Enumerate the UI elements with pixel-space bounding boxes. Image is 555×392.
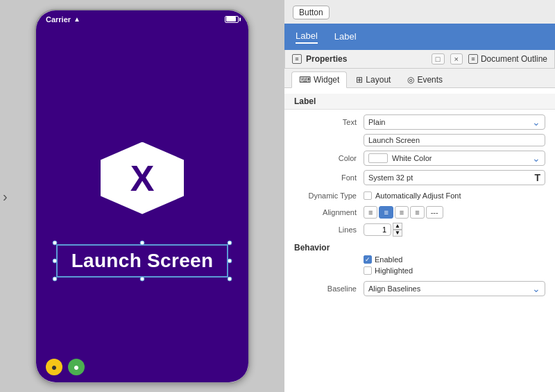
props-tabs-row: ⌨ Widget ⊞ Layout ◎ Events bbox=[284, 69, 555, 88]
wifi-icon: ▲ bbox=[74, 15, 80, 23]
battery-icon bbox=[225, 16, 239, 23]
doc-outline-icon: ≡ bbox=[468, 54, 478, 64]
handle-bl[interactable] bbox=[52, 276, 57, 281]
color-prop-row: Color White Color ⌄ bbox=[284, 148, 555, 168]
properties-header: ≡ Properties □ × ≡ Document Outline bbox=[284, 50, 555, 69]
right-panel: Button Label Label ≡ Properties □ × ≡ Do… bbox=[284, 0, 555, 392]
align-center-btn[interactable]: ≡ bbox=[379, 206, 393, 219]
status-bar: Carrier ▲ bbox=[36, 10, 248, 28]
tab-layout-label: Layout bbox=[366, 75, 391, 85]
iphone-content: X Launch Screen ● ● bbox=[36, 28, 248, 382]
text-value-input[interactable] bbox=[364, 134, 545, 146]
alignment-label: Alignment bbox=[294, 208, 364, 216]
text-prop-row: Text Plain ⌄ bbox=[284, 112, 555, 132]
text-label: Text bbox=[294, 118, 364, 126]
hexagon-shape: X bbox=[101, 142, 184, 214]
iphone-frame: Carrier ▲ X bbox=[35, 9, 250, 384]
tab-widget[interactable]: ⌨ Widget bbox=[291, 71, 347, 88]
handle-tl[interactable] bbox=[52, 240, 57, 245]
align-natural-btn[interactable]: --- bbox=[426, 206, 443, 219]
doc-outline-button[interactable]: ≡ Document Outline bbox=[468, 54, 547, 64]
hex-x-letter: X bbox=[130, 160, 155, 196]
enabled-row: ✓ Enabled bbox=[364, 255, 545, 264]
text-type-arrow: ⌄ bbox=[532, 117, 540, 128]
color-label: Color bbox=[294, 154, 364, 162]
dynamic-type-checkbox[interactable] bbox=[364, 191, 372, 200]
text-type-value: Plain bbox=[368, 118, 385, 126]
button-element[interactable]: Button bbox=[293, 6, 330, 19]
font-value-text: System 32 pt bbox=[368, 173, 413, 182]
properties-icon: ≡ bbox=[292, 54, 302, 64]
lines-stepper: ▲ ▼ bbox=[393, 223, 402, 237]
enabled-checkbox[interactable]: ✓ bbox=[364, 255, 372, 264]
tab-events-label: Events bbox=[417, 75, 443, 85]
bottom-circle-green[interactable]: ● bbox=[68, 359, 85, 375]
handle-br[interactable] bbox=[228, 276, 232, 281]
widget-icon: ⌨ bbox=[299, 75, 311, 85]
lines-input[interactable] bbox=[364, 223, 391, 236]
carrier-label: Carrier bbox=[46, 15, 71, 24]
tab-layout[interactable]: ⊞ Layout bbox=[348, 71, 398, 87]
blue-tab-bar: Label Label bbox=[284, 24, 555, 50]
baseline-value: Align Baselines bbox=[368, 284, 420, 293]
alignment-buttons: ≡ ≡ ≡ ≡ --- bbox=[364, 206, 443, 219]
color-select[interactable]: White Color ⌄ bbox=[364, 151, 545, 166]
align-right-btn[interactable]: ≡ bbox=[395, 206, 409, 219]
tab-events[interactable]: ◎ Events bbox=[400, 71, 450, 87]
dynamic-type-row: Dynamic Type Automatically Adjust Font bbox=[284, 187, 555, 204]
baseline-arrow: ⌄ bbox=[532, 283, 540, 294]
handle-mr[interactable] bbox=[228, 258, 232, 263]
handle-tr[interactable] bbox=[228, 240, 232, 245]
header-controls: □ × ≡ Document Outline bbox=[432, 53, 547, 65]
properties-container: ≡ Properties □ × ≡ Document Outline ⌨ Wi… bbox=[284, 50, 555, 392]
dynamic-type-label: Dynamic Type bbox=[294, 191, 364, 200]
highlighted-row: Highlighted bbox=[364, 266, 545, 275]
close-button[interactable]: × bbox=[450, 53, 463, 65]
handle-bm[interactable] bbox=[139, 276, 144, 281]
font-label: Font bbox=[294, 173, 364, 182]
simulator-panel: › Carrier ▲ X bbox=[0, 0, 284, 392]
font-select[interactable]: System 32 pt T bbox=[364, 170, 545, 185]
enabled-label: Enabled bbox=[375, 255, 402, 264]
lines-stepper-down[interactable]: ▼ bbox=[393, 230, 402, 237]
align-justify-btn[interactable]: ≡ bbox=[410, 206, 424, 219]
baseline-label: Baseline bbox=[294, 284, 364, 293]
font-t-icon: T bbox=[534, 172, 540, 183]
layout-icon: ⊞ bbox=[356, 75, 363, 85]
font-prop-row: Font System 32 pt T bbox=[284, 168, 555, 187]
align-left-btn[interactable]: ≡ bbox=[364, 206, 377, 219]
alignment-row: Alignment ≡ ≡ ≡ ≡ --- bbox=[284, 204, 555, 221]
props-content: Label Text Plain ⌄ Colo bbox=[284, 88, 555, 392]
events-icon: ◎ bbox=[407, 75, 414, 85]
baseline-row: Baseline Align Baselines ⌄ bbox=[284, 279, 555, 298]
text-value-row bbox=[284, 132, 555, 148]
blue-tab-label-2[interactable]: Label bbox=[334, 31, 357, 43]
highlighted-label: Highlighted bbox=[375, 266, 413, 275]
doc-outline-label: Document Outline bbox=[481, 54, 547, 64]
button-row: Button bbox=[293, 6, 547, 19]
launch-screen-label: Launch Screen bbox=[71, 250, 214, 271]
iphone-bottom-bar: ● ● bbox=[46, 359, 85, 375]
highlighted-checkbox[interactable] bbox=[364, 266, 372, 275]
hex-logo: X bbox=[97, 133, 187, 223]
label-selected-box[interactable]: Launch Screen bbox=[56, 244, 229, 278]
lines-row: Lines ▲ ▼ bbox=[284, 221, 555, 239]
bottom-circle-yellow[interactable]: ● bbox=[46, 359, 62, 375]
arrow-left-icon[interactable]: › bbox=[3, 188, 8, 204]
blue-tab-label-1[interactable]: Label bbox=[296, 31, 318, 44]
label-section-header: Label bbox=[284, 94, 555, 110]
color-value: White Color bbox=[392, 154, 432, 162]
top-section: Button bbox=[284, 0, 555, 24]
lines-label: Lines bbox=[294, 225, 364, 234]
text-type-select[interactable]: Plain ⌄ bbox=[364, 114, 545, 130]
minimize-button[interactable]: □ bbox=[432, 53, 445, 65]
baseline-select[interactable]: Align Baselines ⌄ bbox=[364, 281, 545, 296]
lines-stepper-up[interactable]: ▲ bbox=[393, 223, 402, 230]
handle-tm[interactable] bbox=[139, 240, 144, 245]
tab-widget-label: Widget bbox=[314, 75, 339, 85]
color-arrow: ⌄ bbox=[532, 153, 540, 164]
handle-ml[interactable] bbox=[52, 258, 57, 263]
color-swatch bbox=[368, 153, 388, 163]
properties-title: Properties bbox=[306, 54, 347, 64]
behavior-section: Behavior ✓ Enabled Highlighted bbox=[284, 239, 555, 279]
